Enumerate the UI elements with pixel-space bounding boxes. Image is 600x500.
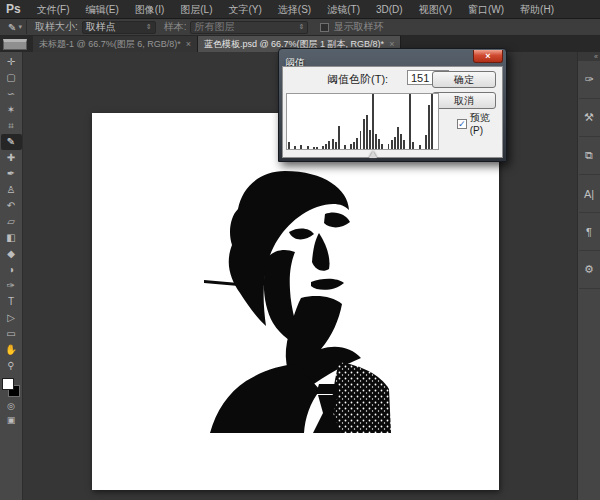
preview-checkbox[interactable]: ✓ (457, 119, 467, 129)
tool-preset-picker[interactable]: ✎ ▾ (4, 20, 27, 34)
threshold-slider-handle[interactable] (369, 151, 377, 158)
pen-tool-icon: ✑ (7, 278, 15, 294)
eraser-tool[interactable]: ▱ (1, 214, 22, 230)
tool-presets-panel-button[interactable]: ⚒ (579, 99, 600, 137)
menu-item-help[interactable]: 帮助(H) (512, 4, 562, 15)
gradient-tool-icon: ◧ (6, 230, 15, 246)
histogram-bar (322, 146, 324, 149)
histogram-bar (403, 140, 405, 149)
quick-mask-button[interactable]: ◎ (1, 399, 22, 413)
menu-item-file[interactable]: 文件(F) (29, 4, 78, 15)
updown-icon: ⇕ (146, 23, 152, 31)
gradient-tool[interactable]: ◧ (1, 230, 22, 246)
document-canvas[interactable] (92, 113, 499, 490)
path-selection-tool[interactable]: ▷ (1, 310, 22, 326)
brush-panel-button[interactable]: ✑ (579, 61, 600, 99)
menu-item-image[interactable]: 图像(I) (127, 4, 172, 15)
tools-panel-button[interactable]: ⚙ (579, 251, 600, 289)
shape-tool[interactable]: ▭ (1, 326, 22, 342)
color-swatches[interactable] (1, 377, 22, 399)
histogram-bar (288, 142, 290, 149)
histogram-bar (409, 94, 411, 149)
sample-select[interactable]: 所有图层 ⇕ (190, 21, 308, 34)
histogram-bar (307, 146, 309, 149)
menu-item-layer[interactable]: 图层(L) (172, 4, 220, 15)
type-tool[interactable]: T (1, 294, 22, 310)
shape-tool-icon: ▭ (6, 326, 15, 342)
hand-tool-icon: ✋ (5, 342, 17, 358)
tab-close-icon[interactable]: × (186, 36, 191, 52)
cancel-button[interactable]: 取消 (432, 92, 496, 109)
show-ring-checkbox[interactable] (320, 23, 329, 32)
histogram-bar (294, 146, 296, 149)
layer-comps-panel-icon: ⧉ (585, 149, 593, 162)
paragraph-panel-icon: ¶ (586, 226, 592, 238)
zoom-tool[interactable]: ⚲ (1, 358, 22, 374)
histogram-bar (356, 138, 358, 149)
menu-item-edit[interactable]: 编辑(E) (77, 4, 126, 15)
histogram-bar (316, 147, 318, 149)
histogram-bar (391, 140, 393, 149)
quick-selection-tool[interactable]: ✶ (1, 102, 22, 118)
hand-tool[interactable]: ✋ (1, 342, 22, 358)
updown-icon: ⇕ (299, 23, 305, 31)
dock-collapse-button[interactable]: « (578, 52, 600, 61)
menu-item-filter[interactable]: 滤镜(T) (319, 4, 368, 15)
character-panel-icon: A| (584, 188, 594, 200)
path-selection-tool-icon: ▷ (7, 310, 15, 326)
character-panel-button[interactable]: A| (579, 175, 600, 213)
marquee-tool[interactable]: ▢ (1, 70, 22, 86)
menu-item-3d[interactable]: 3D(D) (368, 4, 411, 15)
histogram-bar (397, 127, 399, 149)
blur-tool[interactable]: ◆ (1, 246, 22, 262)
lasso-tool[interactable]: ∽ (1, 86, 22, 102)
float-window-icon (3, 39, 27, 50)
histogram-bar (431, 94, 433, 149)
healing-brush-tool[interactable]: ✚ (1, 150, 22, 166)
histogram-bar (372, 94, 374, 149)
close-icon[interactable]: × (473, 50, 503, 63)
histogram-bar (378, 139, 380, 149)
history-brush-tool-icon: ↶ (7, 198, 15, 214)
foreground-color-swatch[interactable] (2, 378, 14, 390)
histogram-bar (350, 144, 352, 149)
pen-tool[interactable]: ✑ (1, 278, 22, 294)
menu-bar: Ps 文件(F)编辑(E)图像(I)图层(L)文字(Y)选择(S)滤镜(T)3D… (0, 0, 600, 19)
ok-button[interactable]: 确定 (432, 71, 496, 88)
menu-item-select[interactable]: 选择(S) (270, 4, 319, 15)
histogram-bar (332, 139, 334, 149)
brush-tool[interactable]: ✒ (1, 166, 22, 182)
clone-stamp-tool[interactable]: ♙ (1, 182, 22, 198)
histogram-bar (400, 134, 402, 149)
histogram-bar (313, 147, 315, 149)
eyedropper-icon: ✎ (8, 22, 16, 33)
threshold-histogram (286, 93, 439, 150)
menu-item-type[interactable]: 文字(Y) (221, 4, 270, 15)
histogram-bar (360, 131, 362, 149)
histogram-bar (388, 144, 390, 150)
menu-item-view[interactable]: 视图(V) (411, 4, 460, 15)
histogram-bar (425, 135, 427, 149)
dialog-titlebar[interactable]: 阈值 × (282, 52, 503, 66)
dodge-tool[interactable]: ◑ (1, 262, 22, 278)
layer-comps-panel-button[interactable]: ⧉ (579, 137, 600, 175)
histogram-bar (338, 126, 340, 149)
menu-item-window[interactable]: 窗口(W) (460, 4, 512, 15)
move-tool[interactable]: ✛ (1, 54, 22, 70)
histogram-bar (394, 137, 396, 149)
show-ring-label: 显示取样环 (333, 20, 383, 34)
eyedropper-tool[interactable]: ✎ (1, 134, 22, 150)
tab-untitled[interactable]: 未标题-1 @ 66.7%(图层 6, RGB/8)*× (33, 36, 198, 52)
sample-label: 样本: (164, 20, 187, 34)
threshold-portrait-image (92, 113, 499, 490)
zoom-tool-icon: ⚲ (7, 358, 14, 374)
threshold-dialog: 阈值 × 阈值色阶(T): 151 确定 取消 ✓ 预览(P) (278, 48, 507, 162)
quick-selection-tool-icon: ✶ (7, 102, 15, 118)
move-tool-icon: ✛ (7, 54, 15, 70)
sample-size-select[interactable]: 取样点 ⇕ (82, 21, 156, 34)
history-brush-tool[interactable]: ↶ (1, 198, 22, 214)
histogram-bar (328, 141, 330, 149)
paragraph-panel-button[interactable]: ¶ (579, 213, 600, 251)
crop-tool[interactable]: ⌗ (1, 118, 22, 134)
screen-mode-button[interactable]: ▣ (1, 413, 22, 427)
